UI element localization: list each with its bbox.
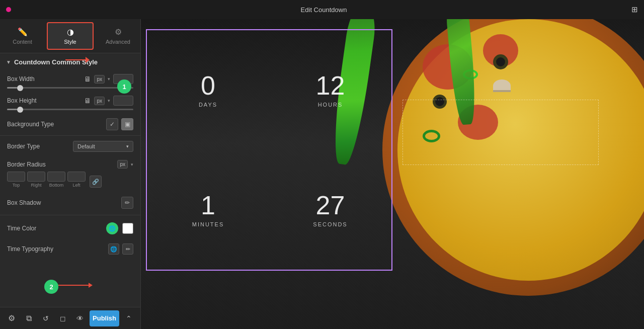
border-type-row: Border Type Default ▾ bbox=[0, 137, 140, 156]
box-shadow-edit-btn[interactable]: ✏ bbox=[121, 197, 133, 209]
tab-content[interactable]: ✏️ Content bbox=[0, 23, 45, 49]
br-bottom-group: Bottom bbox=[47, 172, 65, 188]
eye-icon[interactable]: 👁 bbox=[72, 311, 88, 326]
box-height-slider-row bbox=[0, 109, 140, 114]
box-width-row: Box Width 🖥 px ▾ bbox=[0, 71, 140, 87]
tab-style-label[interactable]: Style bbox=[64, 39, 76, 45]
br-right-input[interactable] bbox=[27, 172, 45, 182]
box-height-row: Box Height 🖥 px ▾ bbox=[0, 93, 140, 109]
chevron-br[interactable]: ▾ bbox=[131, 162, 133, 167]
chevron-border: ▾ bbox=[126, 144, 129, 149]
minutes-label: MINUTES bbox=[192, 221, 224, 227]
countdown-cell-minutes: 1 MINUTES bbox=[147, 150, 269, 270]
globe-color-btn[interactable]: 🌐 bbox=[106, 222, 118, 234]
separator-1 bbox=[0, 135, 140, 136]
countdown-cell-seconds: 27 SECONDS bbox=[269, 150, 391, 270]
typography-edit-btn[interactable]: ✏ bbox=[122, 243, 133, 255]
box-width-label: Box Width bbox=[7, 75, 81, 83]
time-color-row: Time Color 🌐 bbox=[0, 217, 140, 239]
minutes-value: 1 bbox=[201, 192, 215, 218]
unit-height: px bbox=[94, 97, 105, 105]
grid-icon[interactable]: ⊞ bbox=[631, 5, 638, 14]
section-header-countdown[interactable]: ▼ Countdown Common Style bbox=[0, 53, 140, 71]
template-icon[interactable]: ◻ bbox=[55, 311, 70, 326]
border-radius-row: Border Radius px ▾ bbox=[0, 156, 140, 171]
monitor-icon-height: 🖥 bbox=[84, 97, 91, 105]
box-height-input[interactable] bbox=[113, 96, 133, 106]
advanced-icon: ⚙ bbox=[115, 27, 122, 37]
tab-bar: ✏️ Content ◑ Style ⚙ Advanced bbox=[0, 19, 140, 53]
bg-checkmark-btn[interactable]: ✓ bbox=[106, 118, 118, 130]
countdown-cell-hours: 12 HOURS bbox=[269, 30, 391, 150]
border-radius-label: Border Radius bbox=[7, 161, 114, 168]
br-left-input[interactable] bbox=[67, 172, 86, 182]
settings-icon[interactable]: ⚙ bbox=[4, 311, 19, 326]
content-icon: ✏️ bbox=[18, 27, 28, 37]
seconds-value: 27 bbox=[316, 192, 345, 218]
br-bottom-input[interactable] bbox=[47, 172, 65, 182]
chevron-height[interactable]: ▾ bbox=[108, 98, 110, 103]
bg-color-btn[interactable]: ▣ bbox=[121, 118, 133, 130]
br-top-group: Top bbox=[7, 172, 25, 188]
time-color-swatch[interactable] bbox=[122, 223, 133, 234]
box-shadow-label: Box Shadow bbox=[7, 199, 118, 206]
box-height-slider-thumb[interactable] bbox=[17, 107, 23, 113]
monitor-icon-width: 🖥 bbox=[84, 75, 91, 83]
border-type-label: Border Type bbox=[7, 143, 70, 150]
br-bottom-label: Bottom bbox=[49, 183, 64, 188]
hours-label: HOURS bbox=[318, 102, 343, 108]
history-icon[interactable]: ↺ bbox=[38, 311, 53, 326]
br-left-label: Left bbox=[72, 183, 80, 188]
sidebar: ✏️ Content ◑ Style ⚙ Advanced ▼ Countdo bbox=[0, 19, 141, 329]
tab-style-wrapper: ◑ Style bbox=[47, 22, 94, 50]
unit-width: px bbox=[94, 75, 105, 84]
border-type-value: Default bbox=[77, 143, 95, 149]
link-icon-btn[interactable]: 🔗 bbox=[90, 176, 102, 188]
chevron-down-icon: ▼ bbox=[6, 59, 11, 65]
sidebar-content: ▼ Countdown Common Style Box Width 🖥 px … bbox=[0, 53, 140, 307]
pizza-shape bbox=[382, 19, 644, 296]
pizza-background bbox=[382, 19, 644, 329]
layers-icon[interactable]: ⧉ bbox=[21, 311, 36, 326]
typography-globe-btn[interactable]: 🌐 bbox=[108, 243, 119, 255]
border-radius-inputs-row: Top Right Bottom Left 🔗 bbox=[0, 171, 140, 193]
box-height-slider-track[interactable] bbox=[7, 109, 133, 110]
br-right-label: Right bbox=[31, 183, 41, 188]
border-type-dropdown[interactable]: Default ▾ bbox=[73, 141, 133, 152]
expand-icon[interactable]: ⌃ bbox=[121, 311, 136, 326]
box-shadow-row: Box Shadow ✏ bbox=[0, 193, 140, 213]
publish-button[interactable]: Publish bbox=[90, 310, 119, 326]
unit-border-radius: px bbox=[117, 160, 128, 169]
chevron-width[interactable]: ▾ bbox=[108, 76, 110, 81]
time-typography-row: Time Typography 🌐 ✏ bbox=[0, 239, 140, 259]
br-top-label: Top bbox=[13, 183, 20, 188]
br-left-group: Left bbox=[67, 172, 86, 188]
days-label: DAYS bbox=[199, 102, 217, 108]
seconds-label: SECONDS bbox=[313, 221, 347, 227]
bottom-toolbar: ⚙ ⧉ ↺ ◻ 👁 Publish ⌃ bbox=[0, 307, 140, 329]
box-height-label: Box Height bbox=[7, 97, 81, 104]
background-type-label: Background Type bbox=[7, 121, 103, 128]
days-value: 0 bbox=[201, 72, 215, 99]
time-typography-label: Time Typography bbox=[7, 245, 105, 253]
box-width-slider-track[interactable] bbox=[7, 87, 133, 89]
box-width-input[interactable] bbox=[113, 74, 133, 84]
separator-2 bbox=[0, 215, 140, 215]
canvas-area: 0 DAYS 12 HOURS 1 MINUTES 27 SECONDS bbox=[141, 19, 644, 329]
app-dot bbox=[6, 7, 11, 12]
hours-value: 12 bbox=[316, 72, 345, 99]
countdown-widget[interactable]: 0 DAYS 12 HOURS 1 MINUTES 27 SECONDS bbox=[146, 29, 392, 271]
background-type-row: Background Type ✓ ▣ bbox=[0, 114, 140, 134]
tab-advanced[interactable]: ⚙ Advanced bbox=[96, 23, 140, 49]
time-color-label: Time Color bbox=[7, 225, 102, 232]
br-top-input[interactable] bbox=[7, 172, 25, 182]
tab-advanced-label: Advanced bbox=[106, 39, 130, 45]
br-right-group: Right bbox=[27, 172, 45, 188]
box-width-slider-thumb[interactable] bbox=[17, 85, 23, 91]
app-title: Edit Countdown bbox=[16, 6, 631, 14]
tab-content-label: Content bbox=[13, 39, 32, 45]
box-width-slider-row bbox=[0, 87, 140, 93]
countdown-cell-days: 0 DAYS bbox=[147, 30, 269, 150]
section-title: Countdown Common Style bbox=[14, 58, 98, 66]
style-icon: ◑ bbox=[67, 27, 74, 37]
